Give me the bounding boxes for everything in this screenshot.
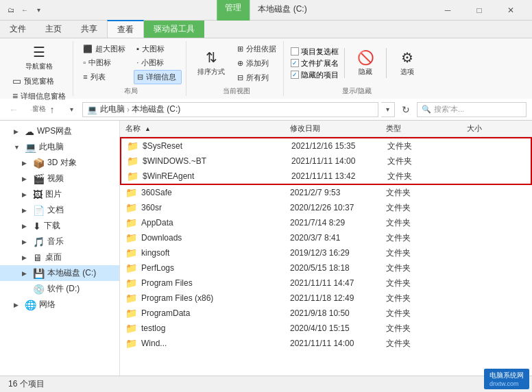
options-button[interactable]: ⚙ 选项 <box>392 47 422 79</box>
file-name-13: 📁 Wind... <box>125 338 290 349</box>
sort-by-button[interactable]: ⇅ 排序方式 <box>193 47 229 79</box>
extra-large-icon-btn[interactable]: ⬛ 超大图标 <box>80 42 128 56</box>
add-columns-btn[interactable]: ⊕ 添加列 <box>234 57 279 70</box>
file-row-winreagent[interactable]: 📁 $WinREAgent 2021/11/11 13:42 文件夹 <box>121 169 531 184</box>
file-row-perflogs[interactable]: 📁 PerfLogs 2020/5/15 18:18 文件夹 <box>120 260 532 275</box>
tab-share[interactable]: 共享 <box>71 21 107 38</box>
file-name-sysreset: 📁 $SysReset <box>127 140 291 151</box>
file-date-12: 2020/4/10 15:15 <box>290 323 386 333</box>
maximize-button[interactable]: □ <box>463 0 495 21</box>
file-row-windowsbt[interactable]: 📁 $WINDOWS.~BT 2021/11/11 14:00 文件夹 <box>121 154 531 169</box>
file-date-2: 2021/11/11 13:42 <box>291 171 387 181</box>
minimize-button[interactable]: ─ <box>432 0 463 21</box>
file-label-10: Program Files (x86) <box>141 293 213 303</box>
small-icon-btn[interactable]: · 小图标 <box>134 56 182 69</box>
preview-label: 预览窗格 <box>24 76 54 86</box>
item-checkbox-row[interactable]: 项目复选框 <box>291 47 339 57</box>
status-bar: 16 个项目 ≡ ⊞ <box>0 376 532 392</box>
file-row-appdata[interactable]: 📁 AppData 2021/7/14 8:29 文件夹 <box>120 215 532 230</box>
path-dropdown[interactable]: ▾ <box>381 102 395 117</box>
hidden-items-row[interactable]: 隐藏的项目 <box>291 70 339 80</box>
large-icon-btn[interactable]: ▪ 大图标 <box>134 42 182 56</box>
3d-label: 3D 对象 <box>47 157 77 169</box>
tab-home[interactable]: 主页 <box>36 21 71 38</box>
sidebar-item-documents[interactable]: ▶ 📄 文档 <box>0 202 119 218</box>
sidebar-item-wps[interactable]: ▶ ☁ WPS网盘 <box>0 123 119 139</box>
system-icon[interactable]: 🗂 <box>5 5 16 16</box>
folder-icon-10: 📁 <box>125 293 137 304</box>
path-sep1: › <box>127 105 130 114</box>
qat-dropdown[interactable]: ▾ <box>33 5 44 16</box>
path-drive[interactable]: 本地磁盘 (C:) <box>132 103 180 115</box>
address-path[interactable]: 💻 此电脑 › 本地磁盘 (C:) <box>82 102 378 117</box>
tab-view[interactable]: 查看 <box>107 20 144 38</box>
nav-pane-icon: ☰ <box>33 44 45 60</box>
file-ext-row[interactable]: 文件扩展名 <box>291 58 339 69</box>
desktop-arrow: ▶ <box>22 254 30 261</box>
sidebar-item-3d[interactable]: ▶ 📦 3D 对象 <box>0 155 119 171</box>
col-date-header[interactable]: 修改日期 <box>290 123 386 134</box>
file-row-testlog[interactable]: 📁 testlog 2020/4/10 15:15 文件夹 <box>120 321 532 336</box>
preview-icon: ▭ <box>12 75 21 86</box>
all-columns-btn[interactable]: ⊟ 所有列 <box>234 71 279 84</box>
sidebar-item-soft-d[interactable]: 💿 软件 (D:) <box>0 281 119 297</box>
sidebar-item-this-pc[interactable]: ▼ 💻 此电脑 <box>0 139 119 155</box>
panes-options: ▭ 预览窗格 ≡ 详细信息窗格 <box>10 74 69 103</box>
search-box[interactable]: 🔍 搜索'本... <box>417 102 527 117</box>
group-by-btn[interactable]: ⊞ 分组依据 <box>234 42 279 56</box>
network-arrow: ▶ <box>14 302 22 308</box>
col-type-header[interactable]: 类型 <box>386 123 441 134</box>
sidebar-item-downloads[interactable]: ▶ ⬇ 下载 <box>0 218 119 234</box>
tab-driver-tools[interactable]: 驱动器工具 <box>144 21 204 38</box>
hide-button[interactable]: 🚫 隐藏 <box>350 47 380 79</box>
file-date-11: 2021/9/18 10:50 <box>290 308 386 318</box>
file-label-4: 360sr <box>141 203 162 212</box>
pictures-icon: 🖼 <box>33 189 43 200</box>
divider2 <box>386 48 387 79</box>
hidden-items-checkbox[interactable] <box>291 71 299 79</box>
file-row-program-files[interactable]: 📁 Program Files 2021/11/11 14:47 文件夹 <box>120 275 532 291</box>
qat-back[interactable]: ← <box>19 5 30 16</box>
tab-manage[interactable]: 管理 <box>217 0 250 21</box>
recent-locations-button[interactable]: ▾ <box>63 101 80 118</box>
file-row-downloads[interactable]: 📁 Downloads 2020/3/7 8:41 文件夹 <box>120 230 532 245</box>
file-row-kingsoft[interactable]: 📁 kingsoft 2019/12/3 16:29 文件夹 <box>120 245 532 260</box>
sidebar-item-pictures[interactable]: ▶ 🖼 图片 <box>0 186 119 202</box>
medium-icon-btn[interactable]: ▫ 中图标 <box>80 56 128 69</box>
list-btn[interactable]: ≡ 列表 <box>80 71 128 84</box>
soft-d-icon: 💿 <box>33 284 45 295</box>
this-pc-icon: 💻 <box>25 142 36 153</box>
sidebar-item-videos[interactable]: ▶ 🎬 视频 <box>0 171 119 186</box>
col-name-header[interactable]: 名称 ▲ <box>125 123 290 134</box>
file-row-sysreset[interactable]: 📁 $SysReset 2021/12/16 15:35 文件夹 <box>121 138 531 154</box>
item-checkbox[interactable] <box>291 47 299 56</box>
folder-icon-2: 📁 <box>127 171 138 182</box>
details-btn[interactable]: ⊟ 详细信息 <box>134 70 182 84</box>
extra-large-label: 超大图标 <box>95 44 125 54</box>
close-button[interactable]: ✕ <box>495 0 527 21</box>
refresh-button[interactable]: ↻ <box>398 101 414 118</box>
col-size-header[interactable]: 大小 <box>441 123 482 134</box>
file-row-360safe[interactable]: 📁 360Safe 2021/2/7 9:53 文件夹 <box>120 185 532 200</box>
add-col-label: 添加列 <box>246 58 269 69</box>
nav-pane-button[interactable]: ☰ 导航窗格 <box>21 41 57 74</box>
preview-pane-button[interactable]: ▭ 预览窗格 <box>10 74 69 88</box>
path-computer[interactable]: 此电脑 <box>100 103 125 115</box>
file-row-360sr[interactable]: 📁 360sr 2020/12/26 10:37 文件夹 <box>120 200 532 215</box>
file-row-programdata[interactable]: 📁 ProgramData 2021/9/18 10:50 文件夹 <box>120 306 532 321</box>
sidebar-item-music[interactable]: ▶ 🎵 音乐 <box>0 234 119 249</box>
show-hide-label: 显示/隐藏 <box>342 85 372 96</box>
back-button[interactable]: ← <box>5 101 22 118</box>
sidebar-item-local-c[interactable]: ▶ 💾 本地磁盘 (C:) <box>0 265 119 281</box>
sidebar-item-desktop[interactable]: ▶ 🖥 桌面 <box>0 249 119 265</box>
file-date-9: 2021/11/11 14:47 <box>290 278 386 288</box>
forward-button[interactable]: → <box>25 101 41 118</box>
file-row-program-files-x86[interactable]: 📁 Program Files (x86) 2021/11/18 12:49 文… <box>120 291 532 306</box>
up-button[interactable]: ↑ <box>44 101 60 118</box>
sidebar-item-network[interactable]: ▶ 🌐 网络 <box>0 297 119 313</box>
file-ext-checkbox[interactable] <box>291 59 299 67</box>
file-row-wind[interactable]: 📁 Wind... 2021/11/11 14:00 文件夹 <box>120 336 532 351</box>
tab-file[interactable]: 文件 <box>0 21 36 38</box>
folder-icon-12: 📁 <box>125 323 137 334</box>
pictures-arrow: ▶ <box>22 191 30 198</box>
